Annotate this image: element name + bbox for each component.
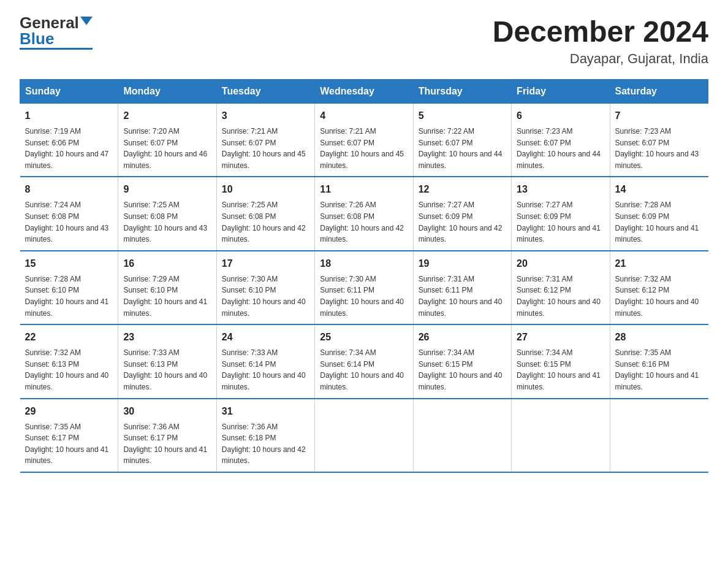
day-number: 30 [123,404,211,419]
day-number: 26 [419,330,506,345]
day-info: Sunrise: 7:19 AMSunset: 6:06 PMDaylight:… [25,126,113,171]
calendar-week-row: 1Sunrise: 7:19 AMSunset: 6:06 PMDaylight… [20,104,708,177]
day-number: 20 [517,256,604,271]
day-number: 27 [517,330,604,345]
calendar-cell: 2Sunrise: 7:20 AMSunset: 6:07 PMDaylight… [118,104,216,177]
weekday-header-friday: Friday [512,80,610,104]
calendar-cell: 23Sunrise: 7:33 AMSunset: 6:13 PMDayligh… [118,324,216,398]
day-number: 31 [222,404,309,419]
day-info: Sunrise: 7:32 AMSunset: 6:13 PMDaylight:… [25,347,113,393]
calendar-week-row: 15Sunrise: 7:28 AMSunset: 6:10 PMDayligh… [20,251,708,324]
weekday-header-tuesday: Tuesday [216,80,314,104]
day-number: 25 [320,330,408,345]
page-header: General Blue December 2024 Dayapar, Guja… [20,15,708,67]
calendar-body: 1Sunrise: 7:19 AMSunset: 6:06 PMDaylight… [20,104,708,472]
calendar-cell: 10Sunrise: 7:25 AMSunset: 6:08 PMDayligh… [216,177,314,250]
calendar-cell: 28Sunrise: 7:35 AMSunset: 6:16 PMDayligh… [610,324,708,398]
day-info: Sunrise: 7:25 AMSunset: 6:08 PMDaylight:… [222,199,309,245]
day-info: Sunrise: 7:26 AMSunset: 6:08 PMDaylight:… [320,199,408,245]
calendar-week-row: 8Sunrise: 7:24 AMSunset: 6:08 PMDaylight… [20,177,708,250]
calendar-cell: 26Sunrise: 7:34 AMSunset: 6:15 PMDayligh… [413,324,511,398]
weekday-header-monday: Monday [118,80,216,104]
logo: General Blue [20,15,93,50]
day-number: 1 [25,109,113,123]
day-number: 23 [123,330,211,345]
day-info: Sunrise: 7:36 AMSunset: 6:17 PMDaylight:… [123,421,211,467]
day-info: Sunrise: 7:24 AMSunset: 6:08 PMDaylight:… [25,199,113,245]
day-info: Sunrise: 7:34 AMSunset: 6:14 PMDaylight:… [320,347,408,393]
calendar-cell: 19Sunrise: 7:31 AMSunset: 6:11 PMDayligh… [413,251,511,324]
calendar-cell: 21Sunrise: 7:32 AMSunset: 6:12 PMDayligh… [610,251,708,324]
day-info: Sunrise: 7:25 AMSunset: 6:08 PMDaylight:… [123,199,211,245]
weekday-header-wednesday: Wednesday [315,80,413,104]
day-number: 22 [25,330,113,345]
calendar-cell: 6Sunrise: 7:23 AMSunset: 6:07 PMDaylight… [512,104,610,177]
calendar-cell: 13Sunrise: 7:27 AMSunset: 6:09 PMDayligh… [512,177,610,250]
day-info: Sunrise: 7:27 AMSunset: 6:09 PMDaylight:… [419,199,506,245]
day-info: Sunrise: 7:22 AMSunset: 6:07 PMDaylight:… [419,126,506,171]
logo-general-text: General [20,15,79,31]
day-info: Sunrise: 7:20 AMSunset: 6:07 PMDaylight:… [123,126,211,171]
calendar-cell: 8Sunrise: 7:24 AMSunset: 6:08 PMDaylight… [20,177,118,250]
day-info: Sunrise: 7:23 AMSunset: 6:07 PMDaylight:… [517,126,604,171]
day-info: Sunrise: 7:31 AMSunset: 6:12 PMDaylight:… [517,274,604,319]
calendar-cell: 16Sunrise: 7:29 AMSunset: 6:10 PMDayligh… [118,251,216,324]
calendar-cell: 24Sunrise: 7:33 AMSunset: 6:14 PMDayligh… [216,324,314,398]
day-number: 7 [615,109,703,123]
day-info: Sunrise: 7:32 AMSunset: 6:12 PMDaylight:… [615,274,703,319]
calendar-table: SundayMondayTuesdayWednesdayThursdayFrid… [20,79,708,473]
day-number: 3 [222,109,309,123]
day-number: 24 [222,330,309,345]
calendar-cell: 4Sunrise: 7:21 AMSunset: 6:07 PMDaylight… [315,104,413,177]
logo-triangle-icon [80,17,93,25]
weekday-header-saturday: Saturday [610,80,708,104]
day-info: Sunrise: 7:36 AMSunset: 6:18 PMDaylight:… [222,421,309,467]
calendar-cell: 12Sunrise: 7:27 AMSunset: 6:09 PMDayligh… [413,177,511,250]
day-number: 6 [517,109,604,123]
calendar-header: SundayMondayTuesdayWednesdayThursdayFrid… [20,80,708,104]
day-number: 28 [615,330,703,345]
day-number: 5 [419,109,506,123]
day-number: 12 [419,182,506,197]
day-info: Sunrise: 7:23 AMSunset: 6:07 PMDaylight:… [615,126,703,171]
calendar-cell: 1Sunrise: 7:19 AMSunset: 6:06 PMDaylight… [20,104,118,177]
calendar-week-row: 29Sunrise: 7:35 AMSunset: 6:17 PMDayligh… [20,399,708,472]
calendar-cell: 5Sunrise: 7:22 AMSunset: 6:07 PMDaylight… [413,104,511,177]
month-title: December 2024 [493,15,708,48]
day-info: Sunrise: 7:34 AMSunset: 6:15 PMDaylight:… [517,347,604,393]
weekday-header-thursday: Thursday [413,80,511,104]
calendar-cell: 18Sunrise: 7:30 AMSunset: 6:11 PMDayligh… [315,251,413,324]
calendar-cell [413,399,511,472]
day-info: Sunrise: 7:30 AMSunset: 6:10 PMDaylight:… [222,274,309,319]
title-section: December 2024 Dayapar, Gujarat, India [493,15,708,67]
calendar-cell [512,399,610,472]
calendar-cell: 14Sunrise: 7:28 AMSunset: 6:09 PMDayligh… [610,177,708,250]
day-info: Sunrise: 7:33 AMSunset: 6:14 PMDaylight:… [222,347,309,393]
day-info: Sunrise: 7:34 AMSunset: 6:15 PMDaylight:… [419,347,506,393]
calendar-cell: 30Sunrise: 7:36 AMSunset: 6:17 PMDayligh… [118,399,216,472]
calendar-cell: 20Sunrise: 7:31 AMSunset: 6:12 PMDayligh… [512,251,610,324]
day-info: Sunrise: 7:30 AMSunset: 6:11 PMDaylight:… [320,274,408,319]
day-number: 11 [320,182,408,197]
day-number: 2 [123,109,211,123]
day-info: Sunrise: 7:31 AMSunset: 6:11 PMDaylight:… [419,274,506,319]
day-number: 19 [419,256,506,271]
day-info: Sunrise: 7:29 AMSunset: 6:10 PMDaylight:… [123,274,211,319]
day-info: Sunrise: 7:27 AMSunset: 6:09 PMDaylight:… [517,199,604,245]
calendar-cell: 29Sunrise: 7:35 AMSunset: 6:17 PMDayligh… [20,399,118,472]
day-number: 13 [517,182,604,197]
calendar-cell: 7Sunrise: 7:23 AMSunset: 6:07 PMDaylight… [610,104,708,177]
day-info: Sunrise: 7:35 AMSunset: 6:17 PMDaylight:… [25,421,113,467]
calendar-cell: 15Sunrise: 7:28 AMSunset: 6:10 PMDayligh… [20,251,118,324]
day-info: Sunrise: 7:35 AMSunset: 6:16 PMDaylight:… [615,347,703,393]
day-number: 9 [123,182,211,197]
day-number: 29 [25,404,113,419]
calendar-cell: 11Sunrise: 7:26 AMSunset: 6:08 PMDayligh… [315,177,413,250]
calendar-cell: 27Sunrise: 7:34 AMSunset: 6:15 PMDayligh… [512,324,610,398]
location-text: Dayapar, Gujarat, India [493,51,708,67]
calendar-cell: 31Sunrise: 7:36 AMSunset: 6:18 PMDayligh… [216,399,314,472]
day-info: Sunrise: 7:21 AMSunset: 6:07 PMDaylight:… [320,126,408,171]
day-info: Sunrise: 7:28 AMSunset: 6:10 PMDaylight:… [25,274,113,319]
day-number: 8 [25,182,113,197]
calendar-cell: 22Sunrise: 7:32 AMSunset: 6:13 PMDayligh… [20,324,118,398]
